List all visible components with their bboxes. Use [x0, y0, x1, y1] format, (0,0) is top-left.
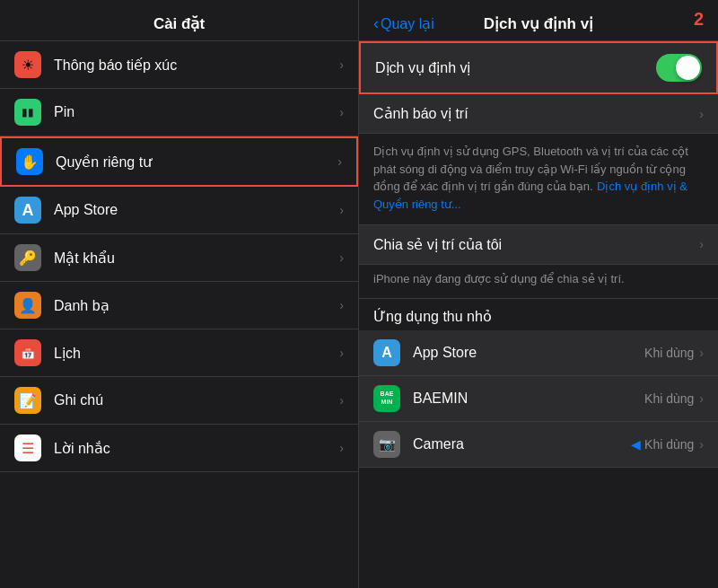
sidebar-item-lich[interactable]: 📅 Lịch ›	[0, 329, 358, 377]
pin-label: Pin	[54, 104, 339, 120]
mat-khau-label: Mật khẩu	[54, 250, 339, 267]
apps-section-title: Ứng dụng thu nhỏ	[373, 309, 492, 324]
mat-khau-icon: 🔑	[14, 244, 41, 271]
toggle-knob	[676, 56, 700, 80]
quyen-rieng-tu-label: Quyền riêng tư	[56, 154, 337, 171]
thong-bao-label: Thông báo tiếp xúc	[54, 57, 339, 74]
sidebar-item-quyen-rieng-tu[interactable]: ✋ Quyền riêng tư ›	[0, 136, 358, 187]
sidebar-item-mat-khau[interactable]: 🔑 Mật khẩu ›	[0, 234, 358, 282]
app-store-icon: A	[14, 197, 41, 224]
location-services-toggle-row[interactable]: Dịch vụ định vị	[359, 41, 718, 94]
chevron-icon: ›	[339, 250, 344, 265]
ghi-chu-icon: 📝	[14, 387, 41, 414]
chevron-icon: ›	[699, 237, 704, 251]
share-description: iPhone này đang được sử dụng để chia sẻ …	[359, 265, 718, 298]
lich-label: Lịch	[54, 345, 339, 362]
chevron-icon: ›	[339, 298, 344, 312]
location-description-block: Dịch vụ định vị sử dụng GPS, Bluetooth v…	[359, 134, 718, 224]
canh-bao-vi-tri-row[interactable]: Cảnh báo vị trí ›	[359, 94, 718, 134]
app-store-app-icon: A	[373, 339, 400, 366]
camera-app-icon: 📷	[373, 431, 400, 458]
share-label: Chia sẻ vị trí của tôi	[373, 236, 699, 253]
sidebar-item-pin[interactable]: ▮▮ Pin ›	[0, 89, 358, 136]
right-panel: ‹ Quay lại Dịch vụ định vị 2 Dịch vụ địn…	[359, 0, 718, 588]
right-title: Dịch vụ định vị	[484, 14, 593, 33]
toggle-label: Dịch vụ định vị	[375, 59, 656, 76]
chevron-icon: ›	[699, 391, 704, 406]
danh-ba-icon: 👤	[14, 292, 41, 319]
baemin-app-icon: BAE MIN	[373, 385, 400, 412]
location-services-toggle[interactable]	[656, 54, 702, 82]
back-button[interactable]: ‹ Quay lại	[373, 14, 434, 33]
app-store-status: Khi dùng	[644, 346, 694, 360]
right-header: ‹ Quay lại Dịch vụ định vị 2	[359, 0, 718, 41]
apps-section-header: Ứng dụng thu nhỏ	[359, 299, 718, 330]
chevron-icon: ›	[339, 441, 344, 455]
chevron-icon: ›	[339, 346, 344, 360]
chevron-icon: ›	[337, 154, 342, 169]
sidebar-item-app-store[interactable]: A App Store ›	[0, 187, 358, 234]
share-location-row[interactable]: Chia sẻ vị trí của tôi ›	[359, 225, 718, 265]
loi-nhac-label: Lời nhắc	[54, 440, 339, 457]
app-row-baemin[interactable]: BAE MIN BAEMIN Khi dùng ›	[359, 376, 718, 422]
loi-nhac-icon: ☰	[14, 434, 41, 461]
navigation-icon: ◀	[631, 437, 641, 452]
app-row-app-store[interactable]: A App Store Khi dùng ›	[359, 330, 718, 376]
chevron-icon: ›	[699, 107, 704, 121]
pin-icon: ▮▮	[14, 99, 41, 126]
canh-bao-vi-tri-label: Cảnh báo vị trí	[373, 105, 699, 122]
sidebar-item-danh-ba[interactable]: 👤 Danh bạ ›	[0, 282, 358, 329]
right-content: Dịch vụ định vị Cảnh báo vị trí › Dịch v…	[359, 41, 718, 588]
baemin-app-label: BAEMIN	[413, 391, 644, 407]
app-store-label: App Store	[54, 202, 339, 218]
chevron-icon: ›	[339, 393, 344, 408]
back-chevron-icon: ‹	[373, 14, 379, 33]
sidebar-item-thong-bao[interactable]: ☀ Thông báo tiếp xúc ›	[0, 41, 358, 89]
left-header: Cài đặt	[0, 0, 358, 41]
share-desc-text: iPhone này đang được sử dụng để chia sẻ …	[373, 272, 625, 285]
camera-app-label: Camera	[413, 436, 631, 452]
step-badge: 2	[694, 9, 704, 30]
ghi-chu-label: Ghi chú	[54, 392, 339, 408]
chevron-icon: ›	[699, 437, 704, 452]
chevron-icon: ›	[339, 57, 344, 72]
chevron-icon: ›	[339, 105, 344, 119]
chevron-icon: ›	[339, 203, 344, 217]
baemin-status: Khi dùng	[644, 391, 694, 406]
app-store-app-label: App Store	[413, 345, 644, 361]
thong-bao-icon: ☀	[14, 51, 41, 78]
app-row-camera[interactable]: 📷 Camera ◀ Khi dùng ›	[359, 422, 718, 468]
chevron-icon: ›	[699, 346, 704, 360]
camera-status: Khi dùng	[644, 437, 694, 452]
left-list: ☀ Thông báo tiếp xúc › ▮▮ Pin › ✋ Quyền …	[0, 41, 358, 588]
quyen-rieng-tu-icon: ✋	[16, 148, 43, 175]
left-title: Cài đặt	[153, 15, 205, 32]
danh-ba-label: Danh bạ	[54, 297, 339, 314]
lich-icon: 📅	[14, 339, 41, 366]
left-panel: Cài đặt ☀ Thông báo tiếp xúc › ▮▮ Pin › …	[0, 0, 359, 588]
sidebar-item-ghi-chu[interactable]: 📝 Ghi chú ›	[0, 377, 358, 425]
sidebar-item-loi-nhac[interactable]: ☰ Lời nhắc ›	[0, 425, 358, 472]
back-label: Quay lại	[381, 15, 434, 32]
